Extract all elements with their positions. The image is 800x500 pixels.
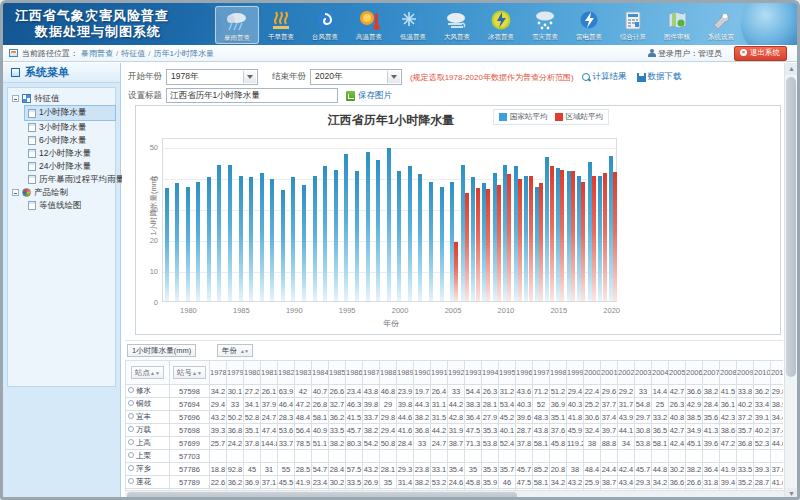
toolbar-item-hail[interactable]: 冰雹普查 bbox=[479, 6, 523, 44]
collapse-icon[interactable] bbox=[12, 95, 19, 102]
toolbar-item-calculator[interactable]: 综合计算 bbox=[611, 6, 655, 44]
horizontal-scrollbar-thumb[interactable] bbox=[127, 492, 517, 499]
tree-item-24小时降水量[interactable]: 24小时降水量 bbox=[24, 160, 113, 173]
year-column-header[interactable]: 1996 bbox=[516, 361, 533, 385]
toolbar-item-low-temp[interactable]: 低温普查 bbox=[391, 6, 435, 44]
collapse-icon[interactable] bbox=[12, 189, 19, 196]
year-column-header[interactable]: 1997 bbox=[533, 361, 550, 385]
tree-item-6小时降水量[interactable]: 6小时降水量 bbox=[24, 134, 113, 147]
value-cell: 32.4 bbox=[584, 424, 601, 437]
x-tick: 2015 bbox=[544, 306, 574, 315]
scroll-up-icon[interactable]: ▲ bbox=[785, 63, 798, 75]
row-expand-icon[interactable] bbox=[128, 387, 134, 393]
year-column-header[interactable]: 2001 bbox=[601, 361, 618, 385]
station-id-column-header[interactable]: 站号 ▲▼ bbox=[173, 366, 206, 379]
vertical-scrollbar-thumb[interactable] bbox=[786, 77, 796, 377]
toolbar-item-settings[interactable]: 系统设置 bbox=[699, 6, 743, 44]
year-column-header[interactable]: 2006 bbox=[686, 361, 703, 385]
row-expand-icon[interactable] bbox=[128, 465, 134, 471]
row-expand-icon[interactable] bbox=[128, 400, 134, 406]
year-column-header[interactable]: 1999 bbox=[567, 361, 584, 385]
year-column-header[interactable]: 1984 bbox=[312, 361, 329, 385]
tree-item-等值线绘图[interactable]: 等值线绘图 bbox=[24, 199, 113, 212]
year-column-header[interactable]: 1979 bbox=[227, 361, 244, 385]
tree-item-3小时降水量[interactable]: 3小时降水量 bbox=[24, 121, 113, 134]
table-row-莲花[interactable]: 莲花5778922.636.236.937.145.541.923.430.23… bbox=[126, 476, 784, 489]
year-column-header[interactable]: 1988 bbox=[380, 361, 397, 385]
table-row-修水[interactable]: 修水5759834.230.127.226.163.94240.726.623.… bbox=[126, 385, 784, 398]
row-expand-icon[interactable] bbox=[128, 439, 134, 445]
end-year-select[interactable]: 2020年 bbox=[310, 69, 402, 85]
toolbar-item-snow[interactable]: 雪灾普查 bbox=[523, 6, 567, 44]
year-column-header[interactable]: 2009 bbox=[737, 361, 754, 385]
row-expand-icon[interactable] bbox=[128, 478, 134, 484]
table-row-上栗[interactable]: 上栗57703 bbox=[126, 450, 784, 463]
search-icon bbox=[582, 73, 591, 82]
breadcrumb-link[interactable]: 暴雨普查 bbox=[81, 49, 113, 58]
toolbar-item-drought[interactable]: 干旱普查 bbox=[259, 6, 303, 44]
toolbar-item-typhoon[interactable]: 台风普查 bbox=[303, 6, 347, 44]
year-column-header[interactable]: 1992 bbox=[448, 361, 465, 385]
year-column-header[interactable]: 2005 bbox=[669, 361, 686, 385]
vertical-scrollbar[interactable]: ▲ ▼ bbox=[784, 63, 797, 500]
year-column-header[interactable]: 2008 bbox=[720, 361, 737, 385]
toolbar-item-rainstorm[interactable]: 暴雨普查 bbox=[215, 6, 259, 44]
toolbar-item-gale[interactable]: 大风普查 bbox=[435, 6, 479, 44]
tree-item-1小时降水量[interactable]: 1小时降水量 bbox=[24, 105, 116, 121]
download-button[interactable]: 数据下载 bbox=[637, 71, 682, 83]
year-column-header[interactable]: 1983 bbox=[295, 361, 312, 385]
year-column-header[interactable]: 1993 bbox=[465, 361, 482, 385]
table-row-上高[interactable]: 上高5769925.724.237.8144.833.778.551.138.2… bbox=[126, 437, 784, 450]
year-column-header[interactable]: 2010 bbox=[754, 361, 771, 385]
toolbar-item-map-audit[interactable]: 图件审核 bbox=[655, 6, 699, 44]
year-column-header[interactable]: 1980 bbox=[244, 361, 261, 385]
year-column-header[interactable]: 2002 bbox=[618, 361, 635, 385]
station-column-header[interactable]: 站点 ▲▼ bbox=[131, 366, 164, 379]
row-expand-icon[interactable] bbox=[128, 452, 134, 458]
year-column-header[interactable]: 2003 bbox=[635, 361, 652, 385]
horizontal-scrollbar[interactable] bbox=[125, 490, 784, 500]
year-column-header[interactable]: 1995 bbox=[499, 361, 516, 385]
tree-item-12小时降水量[interactable]: 12小时降水量 bbox=[24, 147, 113, 160]
value-cell bbox=[737, 450, 754, 463]
year-column-header[interactable]: 1982 bbox=[278, 361, 295, 385]
year-column-header[interactable]: 1987 bbox=[363, 361, 380, 385]
value-cell: 55 bbox=[278, 463, 295, 476]
table-row-萍乡[interactable]: 萍乡5778618.892.845315528.554.728.457.543.… bbox=[126, 463, 784, 476]
breadcrumb-link[interactable]: 历年1小时降水量 bbox=[153, 49, 213, 58]
year-column-header[interactable]: 1990 bbox=[414, 361, 431, 385]
breadcrumb-link[interactable]: 特征值 bbox=[121, 49, 145, 58]
year-column-header[interactable]: 1989 bbox=[397, 361, 414, 385]
year-column-header[interactable]: 1986 bbox=[346, 361, 363, 385]
table-row-宜丰[interactable]: 宜丰5769643.250.252.824.728.348.458.136.24… bbox=[126, 411, 784, 424]
measure-field-button[interactable]: 1小时降水量(mm) bbox=[127, 344, 196, 357]
toolbar-item-lightning[interactable]: 雷电普查 bbox=[567, 6, 611, 44]
table-row-铜鼓[interactable]: 铜鼓5769429.43334.137.946.447.226.832.746.… bbox=[126, 398, 784, 411]
save-image-button[interactable]: 保存图片 bbox=[358, 90, 392, 102]
scroll-down-icon[interactable]: ▼ bbox=[785, 488, 798, 500]
year-column-header[interactable]: 1991 bbox=[431, 361, 448, 385]
year-column-header[interactable]: 2007 bbox=[703, 361, 720, 385]
year-column-header[interactable]: 1981 bbox=[261, 361, 278, 385]
row-expand-icon[interactable] bbox=[128, 413, 134, 419]
logout-button[interactable]: × 退出系统 bbox=[734, 46, 787, 61]
year-column-header[interactable]: 1985 bbox=[329, 361, 346, 385]
year-column-header[interactable]: 1994 bbox=[482, 361, 499, 385]
row-expand-icon[interactable] bbox=[128, 426, 134, 432]
calculate-button[interactable]: 计算结果 bbox=[582, 71, 627, 83]
legend-label[interactable]: 国家站平均 bbox=[510, 112, 548, 122]
legend-label[interactable]: 区域站平均 bbox=[566, 112, 604, 122]
toolbar-item-high-temp[interactable]: 高温普查 bbox=[347, 6, 391, 44]
year-column-header[interactable]: 2004 bbox=[652, 361, 669, 385]
table-row-万载[interactable]: 万载5769839.336.835.147.453.656.440.933.54… bbox=[126, 424, 784, 437]
year-column-header[interactable]: 2000 bbox=[584, 361, 601, 385]
year-field-button[interactable]: 年份 ▲▼ bbox=[217, 344, 253, 357]
tree-group-产品绘制[interactable]: 产品绘制 bbox=[10, 186, 113, 199]
year-column-header[interactable]: 1978 bbox=[210, 361, 227, 385]
tree-group-特征值[interactable]: 特征值 bbox=[10, 92, 113, 105]
year-column-header[interactable]: 1998 bbox=[550, 361, 567, 385]
year-column-header[interactable]: 2011 bbox=[771, 361, 784, 385]
tree-item-历年暴雨过程平均雨量[interactable]: 历年暴雨过程平均雨量 bbox=[24, 173, 113, 186]
chart-title-input[interactable] bbox=[166, 88, 338, 103]
start-year-select[interactable]: 1978年 bbox=[166, 69, 258, 85]
